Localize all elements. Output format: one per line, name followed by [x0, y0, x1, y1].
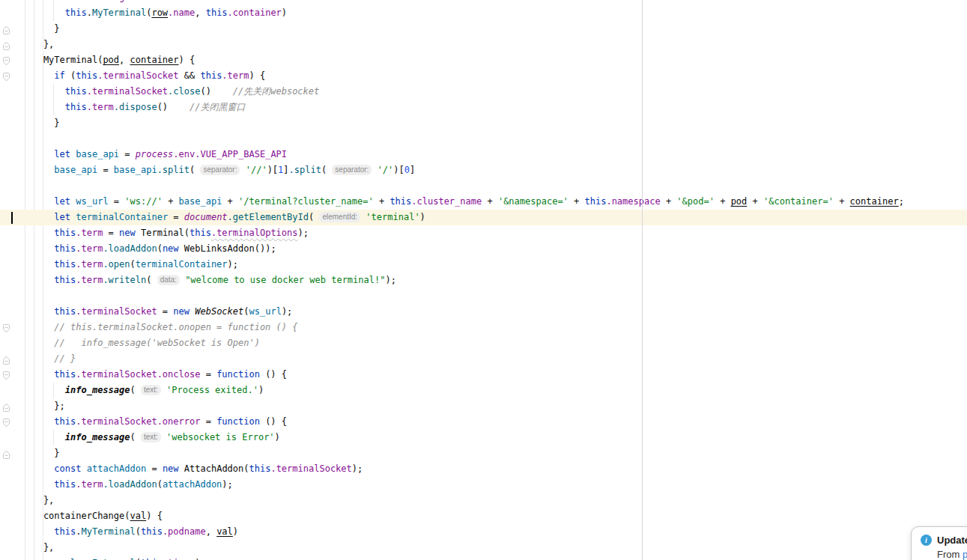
code-line[interactable]: },	[0, 37, 967, 52]
code-token: 'websocket is Error'	[166, 432, 275, 442]
code-line[interactable]: this.terminalSocket.close() //先关闭websock…	[0, 84, 967, 100]
code-line[interactable]: if (this.terminalSocket && this.term) {	[0, 68, 967, 84]
fold-region-start-icon[interactable]	[2, 55, 10, 66]
code-line[interactable]: let terminalContainer = document.getElem…	[0, 210, 967, 225]
code-line[interactable]: MyTerminal(pod, container) {	[0, 52, 967, 68]
code-token: ()	[157, 102, 168, 112]
code-line[interactable]: this.terminalSocket.onclose = function (…	[0, 367, 967, 383]
code-line[interactable]	[0, 178, 967, 194]
code-line[interactable]	[0, 131, 967, 147]
code-line[interactable]: },	[0, 493, 967, 508]
code-token: (	[130, 432, 141, 442]
fold-region-end-icon[interactable]	[2, 24, 10, 34]
code-area[interactable]: this.dialogVisible = true this.MyTermina…	[0, 0, 967, 560]
code-line[interactable]: // }	[0, 351, 967, 367]
fold-region-start-icon[interactable]	[2, 71, 10, 82]
code-token: =	[168, 212, 184, 222]
fold-region-start-icon[interactable]	[2, 323, 10, 333]
code-token: +	[482, 196, 498, 207]
code-token: .loadAddon	[103, 479, 157, 490]
fold-region-end-icon[interactable]	[2, 448, 10, 459]
code-token: () {	[260, 369, 287, 380]
code-token: ) {	[179, 55, 195, 65]
fold-region-end-icon[interactable]	[2, 401, 10, 412]
code-line[interactable]: this.term.dispose() //关闭黑窗口	[0, 100, 967, 115]
code-token: (	[146, 275, 157, 285]
code-line[interactable]: this.dialogVisible = true	[0, 0, 967, 5]
code-token: +	[163, 196, 179, 207]
code-token	[161, 432, 166, 442]
code-token: val	[130, 511, 147, 521]
code-line[interactable]: }	[0, 115, 967, 131]
code-line[interactable]	[0, 288, 967, 304]
code-line[interactable]: this.terminalSocket = new WebSocket(ws_u…	[0, 304, 967, 320]
code-line[interactable]: this.terminalSocket.onerror = function (…	[0, 414, 967, 430]
notification-text: From	[937, 549, 963, 560]
code-line[interactable]: // this.terminalSocket.onopen = function…	[0, 320, 967, 335]
code-token: &&	[179, 70, 201, 81]
code-line[interactable]: },	[0, 540, 967, 556]
code-token: (	[157, 479, 163, 490]
code-line[interactable]: containerChange(val) {	[0, 508, 967, 524]
code-line[interactable]: this.term.open(terminalContainer);	[0, 257, 967, 273]
code-token: );	[228, 259, 238, 270]
code-token	[22, 165, 54, 175]
code-token: this	[249, 463, 271, 474]
code-line[interactable]: base_api = base_api.split( separator: '/…	[0, 162, 967, 178]
code-token: )	[420, 212, 425, 222]
code-token: function	[216, 416, 260, 427]
notification-title: Update	[937, 535, 967, 546]
code-line[interactable]: const attachAddon = new AttachAddon(this…	[0, 461, 967, 477]
notification-link[interactable]: pa	[963, 549, 967, 560]
code-token: terminalContainer	[136, 259, 228, 270]
code-token: ,	[206, 526, 216, 537]
code-token: base_api	[76, 149, 119, 159]
code-token: .dispose	[114, 102, 157, 112]
code-token: let	[54, 149, 70, 159]
code-token: AttachAddon(	[179, 463, 249, 474]
code-token	[22, 306, 54, 317]
code-line[interactable]: info_message( text: 'Process exited.')	[0, 383, 967, 398]
inline-parameter-hint: separator:	[200, 165, 240, 175]
code-line[interactable]: this.term = new Terminal(this.terminalOp…	[0, 225, 967, 241]
fold-region-start-icon[interactable]	[2, 370, 10, 380]
fold-region-end-icon[interactable]	[2, 40, 10, 50]
code-line[interactable]: }	[0, 21, 967, 37]
code-line[interactable]: this.term.loadAddon(attachAddon);	[0, 477, 967, 493]
code-line[interactable]: };	[0, 398, 967, 414]
notification-popup[interactable]: i Update From pa	[911, 526, 967, 560]
code-token: +	[661, 196, 677, 207]
code-token: attachAddon	[163, 479, 222, 490]
code-token: this	[54, 243, 76, 254]
fold-region-start-icon[interactable]	[2, 417, 10, 427]
code-token: },	[22, 495, 54, 505]
code-token: '&container='	[763, 196, 834, 207]
fold-region-end-icon[interactable]	[2, 354, 10, 365]
code-token: .getElementById	[228, 212, 309, 222]
code-line[interactable]: info_message( text: 'websocket is Error'…	[0, 430, 967, 445]
code-token: };	[22, 401, 65, 411]
code-line[interactable]: clearInterval(this.timer)	[0, 556, 967, 560]
code-token: ) {	[146, 511, 163, 521]
code-editor: this.dialogVisible = true this.MyTermina…	[0, 0, 967, 560]
code-token: this	[585, 196, 607, 207]
code-token: this	[54, 306, 76, 317]
code-token	[22, 432, 65, 442]
code-line[interactable]: this.MyTerminal(row.name, this.container…	[0, 5, 967, 21]
code-token: WebLinksAddon());	[179, 243, 276, 254]
code-token: '//'	[246, 165, 267, 175]
code-token: pod	[103, 55, 119, 65]
code-line[interactable]: let ws_url = 'ws://' + base_api + '/term…	[0, 194, 967, 210]
code-token: .term	[76, 259, 103, 270]
code-token: MyTerminal	[82, 526, 136, 537]
code-token: info_message	[65, 432, 130, 442]
code-line[interactable]: }	[0, 445, 967, 461]
code-line[interactable]: let base_api = process.env.VUE_APP_BASE_…	[0, 147, 967, 162]
code-line[interactable]: this.term.loadAddon(new WebLinksAddon())…	[0, 241, 967, 257]
code-line[interactable]: // info_message('webSocket is Open')	[0, 335, 967, 351]
code-line[interactable]: this.MyTerminal(this.podname, val)	[0, 524, 967, 540]
right-margin-guide	[642, 0, 643, 560]
code-line[interactable]: this.term.writeln( data: "welcome to use…	[0, 273, 967, 288]
code-token: 0	[404, 165, 410, 175]
code-token: this	[65, 86, 87, 97]
